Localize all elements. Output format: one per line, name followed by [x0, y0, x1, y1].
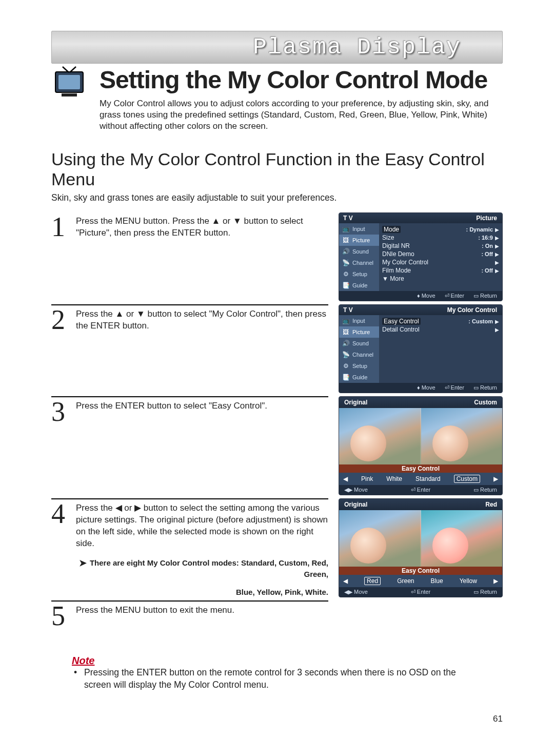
title-row: Setting the My Color Control Mode My Col…	[51, 64, 503, 132]
guide-icon: 📑	[341, 373, 350, 381]
arrow-right-icon: ▶	[495, 243, 499, 249]
arrow-right-icon: ▶	[495, 251, 499, 257]
pv-left-label: Original	[344, 399, 367, 406]
pv-right-label: Custom	[474, 399, 497, 406]
osd1-title: Picture	[476, 215, 497, 222]
input-icon: 📺	[341, 317, 350, 325]
step1-text: Press the MENU button. Press the ▲ or ▼ …	[76, 215, 328, 239]
arrow-left-icon: ◀	[343, 475, 348, 482]
setup-icon: ⚙	[341, 270, 350, 278]
note-body: Pressing the ENTER button on the remote …	[72, 667, 484, 691]
section-subtitle: Using the My Color Control Function in t…	[51, 149, 503, 189]
sound-icon: 🔊	[341, 339, 350, 347]
setup-icon: ⚙	[341, 362, 350, 370]
input-icon: 📺	[341, 225, 350, 233]
svg-rect-1	[58, 75, 80, 89]
sound-icon: 🔊	[341, 247, 350, 256]
step-row-1: 1 Press the MENU button. Press the ▲ or …	[51, 212, 503, 301]
step-row-2: 2 Press the ▲ or ▼ button to select "My …	[51, 304, 503, 393]
pv-bar-title: Easy Control	[339, 464, 502, 473]
preview-original-image	[339, 408, 420, 464]
osd-easy-preview-red: Original Red Easy Control ◀ Red Green Bl…	[339, 498, 503, 597]
osd-mycolor-menu: T V My Color Control 📺Input 🖼Picture 🔊So…	[339, 304, 503, 393]
step2-number: 2	[51, 307, 71, 333]
osd-picture-menu: T V Picture 📺Input 🖼Picture 🔊Sound 📡Chan…	[339, 212, 503, 301]
pv4-left-label: Original	[344, 501, 367, 508]
osd2-options: Easy Control: Custom▶ Detail Control▶	[379, 315, 502, 383]
step-row-4: 4 Press the ◀ or ▶ button to select the …	[51, 498, 503, 597]
page-number: 61	[493, 714, 503, 724]
step1-number: 1	[51, 215, 71, 240]
osd-easy-preview-custom: Original Custom Easy Control ◀ Pink Whit…	[339, 396, 503, 495]
arrow-right-icon: ▶	[493, 577, 498, 585]
preview-adjusted-image	[420, 408, 502, 464]
page-title: Setting the My Color Control Mode	[100, 66, 503, 94]
banner-text: Plasma Display	[253, 34, 461, 61]
step3-number: 3	[51, 399, 71, 424]
guide-icon: 📑	[341, 281, 350, 289]
step5-text: Press the MENU button to exit the menu.	[76, 604, 328, 616]
pv4-right-label: Red	[485, 501, 497, 508]
arrow-right-icon: ▶	[495, 235, 499, 241]
osd2-left-nav: 📺Input 🖼Picture 🔊Sound 📡Channel ⚙Setup 📑…	[339, 315, 379, 383]
step4-number: 4	[51, 501, 71, 527]
arrow-right-icon: ▶	[493, 475, 498, 482]
step2-text: Press the ▲ or ▼ button to select "My Co…	[76, 307, 328, 332]
note-heading: Note	[72, 655, 503, 667]
preview-adjusted-image	[420, 510, 502, 567]
step5-number: 5	[51, 604, 71, 629]
channel-icon: 📡	[341, 259, 350, 267]
step-row-5: 5 Press the MENU button to exit the menu…	[51, 600, 503, 639]
channel-icon: 📡	[341, 351, 350, 359]
step3-text: Press the ENTER button to select "Easy C…	[76, 399, 328, 412]
osd1-options: Mode: Dynamic▶ Size: 16:9▶ Digital NR: O…	[379, 223, 502, 291]
arrow-right-icon: ▶	[495, 260, 499, 265]
arrow-right-icon: ▶	[495, 327, 499, 333]
osd1-left-nav: 📺Input 🖼Picture 🔊Sound 📡Channel ⚙Setup 📑…	[339, 223, 379, 291]
step-row-3: 3 Press the ENTER button to select "Easy…	[51, 396, 503, 495]
page-banner: Plasma Display	[51, 31, 503, 64]
arrow-right-icon: ▶	[495, 227, 499, 232]
arrow-right-icon: ▶	[495, 319, 499, 324]
svg-rect-2	[62, 93, 77, 96]
intro-text: My Color Control allows you to adjust co…	[100, 98, 503, 132]
note-arrow-icon: ➤	[79, 557, 87, 569]
arrow-right-icon: ▶	[495, 268, 499, 274]
section-subintro: Skin, sky and grass tones are easily adj…	[51, 192, 503, 203]
arrow-left-icon: ◀	[343, 577, 348, 585]
picture-icon: 🖼	[341, 328, 350, 336]
picture-icon: 🖼	[341, 236, 350, 244]
preview-original-image	[339, 510, 420, 567]
manual-page: Plasma Display Setting the My Color Cont…	[0, 0, 554, 756]
osd1-tv-label: T V	[343, 215, 353, 222]
osd2-tv-label: T V	[343, 306, 353, 314]
title-column: Setting the My Color Control Mode My Col…	[100, 64, 503, 132]
osd2-title: My Color Control	[447, 306, 497, 314]
pv4-bar-title: Easy Control	[339, 567, 502, 575]
step4-text: Press the ◀ or ▶ button to select the se…	[76, 501, 328, 597]
tv-icon	[51, 65, 87, 101]
